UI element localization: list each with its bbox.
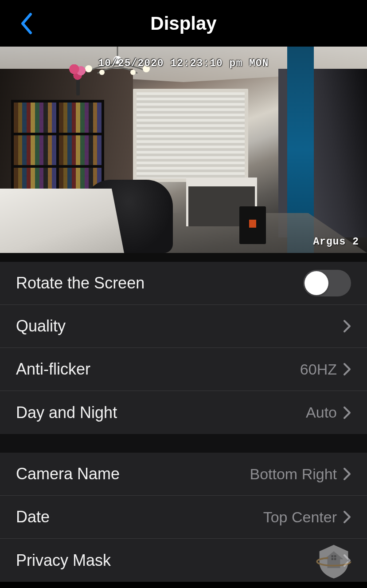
preview-decor [239, 206, 266, 244]
chevron-left-icon [20, 12, 33, 35]
camera-preview[interactable]: 10/25/2020 12:23:10 pm MON Argus 2 [0, 47, 367, 253]
chevron-right-icon [343, 406, 351, 419]
section-gap [0, 434, 367, 453]
chevron-right-icon [343, 467, 351, 481]
row-privacy-mask[interactable]: Privacy Mask [0, 539, 367, 582]
row-value: Auto [306, 404, 337, 421]
row-quality[interactable]: Quality [0, 305, 367, 348]
row-label: Camera Name [16, 465, 250, 483]
row-label: Day and Night [16, 403, 306, 422]
chevron-right-icon [343, 320, 351, 333]
row-label: Privacy Mask [16, 551, 337, 570]
row-value: Bottom Right [250, 466, 337, 483]
page-title: Display [0, 13, 367, 34]
row-label: Rotate the Screen [16, 274, 303, 292]
svg-point-4 [99, 70, 105, 75]
row-label: Date [16, 508, 263, 526]
settings-group-display: Rotate the Screen Quality Anti-flicker 6… [0, 262, 367, 434]
header-bar: Display [0, 0, 367, 47]
row-value: Top Center [263, 509, 337, 526]
chevron-right-icon [343, 363, 351, 376]
row-day-and-night[interactable]: Day and Night Auto [0, 391, 367, 434]
row-label: Anti-flicker [16, 360, 300, 379]
row-anti-flicker[interactable]: Anti-flicker 60HZ [0, 348, 367, 391]
preview-decor [0, 189, 124, 253]
settings-group-osd: Camera Name Bottom Right Date Top Center… [0, 453, 367, 582]
rotate-toggle[interactable] [303, 270, 351, 296]
chevron-right-icon [343, 554, 351, 567]
section-gap [0, 253, 367, 262]
svg-point-5 [130, 70, 136, 75]
back-button[interactable] [18, 10, 35, 37]
row-label: Quality [16, 317, 337, 335]
row-date[interactable]: Date Top Center [0, 496, 367, 539]
preview-decor [133, 89, 248, 182]
chevron-right-icon [343, 510, 351, 524]
row-rotate-screen[interactable]: Rotate the Screen [0, 262, 367, 305]
osd-timestamp: 10/25/2020 12:23:10 pm MON [0, 58, 367, 69]
row-camera-name[interactable]: Camera Name Bottom Right [0, 453, 367, 496]
toggle-knob [305, 271, 328, 295]
osd-camera-name: Argus 2 [313, 236, 359, 248]
row-value: 60HZ [300, 361, 337, 378]
